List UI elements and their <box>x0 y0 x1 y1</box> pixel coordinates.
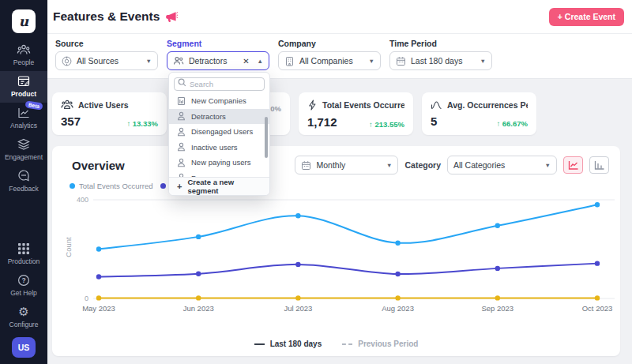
overview-controls: Monthly ▼ Category All Categories ▼ <box>295 156 609 174</box>
search-input[interactable] <box>174 77 265 91</box>
svg-text:Jun 2023: Jun 2023 <box>183 304 214 313</box>
sidebar-item-analytics[interactable]: Beta Analytics <box>0 103 47 134</box>
create-segment-button[interactable]: + Create a new segment <box>169 177 269 195</box>
user-icon <box>177 158 186 167</box>
create-segment-label: Create a new segment <box>187 178 261 195</box>
sidebar: u People Product <box>0 0 47 364</box>
filter-source: Source All Sources ▼ <box>55 39 158 70</box>
sidebar-item-label: Feedback <box>9 185 38 193</box>
overview-chart: 0400CountMay 2023Jun 2023Jul 2023Aug 202… <box>52 190 621 325</box>
chevron-down-icon: ▼ <box>369 58 374 65</box>
main-area: Features & Events + Create Event Source <box>47 0 632 364</box>
category-label: Category <box>404 160 441 170</box>
bar-chart-toggle[interactable] <box>589 156 609 174</box>
bell-curve-icon <box>431 99 442 110</box>
select-value: All Sources <box>77 56 118 66</box>
filter-label: Time Period <box>389 39 492 48</box>
segment-option-label: New Companies <box>191 96 246 105</box>
segment-option[interactable]: New Companies <box>169 93 269 109</box>
sidebar-item-feedback[interactable]: Feedback <box>0 166 47 197</box>
segment-option[interactable]: Power users <box>169 171 269 178</box>
stat-title: Avg. Occurrences Per User <box>447 100 528 110</box>
user-icon <box>177 142 186 152</box>
megaphone-icon <box>165 11 178 23</box>
segment-option-label: Inactive users <box>191 143 238 152</box>
source-select[interactable]: All Sources ▼ <box>55 51 158 70</box>
building-icon <box>284 56 295 66</box>
bar-chart-icon <box>594 160 605 170</box>
sidebar-item-engagement[interactable]: Engagement <box>0 134 47 166</box>
series-legend-item[interactable]: Total Events Occurred <box>70 182 152 190</box>
stat-title: Total Events Occurred <box>322 100 404 110</box>
stats-row: Active Users 357 ↑ 13.33% — 0% <box>52 92 620 135</box>
line-chart-icon <box>568 160 579 170</box>
user-avatar[interactable]: US <box>12 337 36 358</box>
sidebar-item-production[interactable]: Production <box>0 238 47 270</box>
filter-label: Segment <box>167 39 269 48</box>
chevron-up-icon: ▲ <box>258 58 263 65</box>
stat-card-active-users: Active Users 357 ↑ 13.33% <box>52 92 167 135</box>
sidebar-item-product[interactable]: Product <box>0 71 47 103</box>
segment-dropdown: New CompaniesDetractorsDisengaged UsersI… <box>168 72 270 196</box>
sidebar-item-get-help[interactable]: ? Get Help <box>0 270 47 302</box>
page-title-text: Features & Events <box>53 9 160 24</box>
sidebar-item-label: Get Help <box>10 289 37 297</box>
svg-text:400: 400 <box>77 196 88 204</box>
stat-card-total-events: Total Events Occurred 1,712 ↑ 213.55% <box>299 92 413 135</box>
create-event-button[interactable]: + Create Event <box>549 8 624 26</box>
page-title: Features & Events <box>53 9 178 24</box>
close-icon[interactable]: ✕ <box>243 57 249 66</box>
svg-text:Aug 2023: Aug 2023 <box>382 304 414 313</box>
granularity-select[interactable]: Monthly ▼ <box>295 156 398 174</box>
scrollbar-thumb[interactable] <box>265 117 268 158</box>
company-select[interactable]: All Companies ▼ <box>278 51 381 70</box>
period-legend: Last 180 days Previous Period <box>52 340 620 348</box>
chevron-down-icon: ▼ <box>386 162 392 169</box>
filter-company: Company All Companies ▼ <box>278 39 381 70</box>
chevron-down-icon: ▼ <box>146 58 152 65</box>
segment-option[interactable]: New paying users <box>169 155 269 171</box>
chevron-down-icon: ▼ <box>480 58 486 65</box>
dropdown-search <box>174 76 265 91</box>
segment-options-list: New CompaniesDetractorsDisengaged UsersI… <box>169 93 269 177</box>
filter-label: Company <box>278 39 381 48</box>
gear-icon: ⚙ <box>18 306 28 318</box>
user-icon <box>177 127 186 137</box>
calendar-icon <box>396 56 406 66</box>
time-period-select[interactable]: Last 180 days ▼ <box>389 51 492 70</box>
line-chart-toggle[interactable] <box>563 156 583 174</box>
stat-delta: ↑ 13.33% <box>126 119 158 128</box>
svg-text:0: 0 <box>85 295 88 302</box>
legend-label: Total Events Occurred <box>79 182 152 190</box>
stat-value: 5 <box>431 114 437 128</box>
stat-value: 357 <box>61 114 81 128</box>
lightning-icon <box>307 99 318 111</box>
sidebar-item-label: Configure <box>9 321 39 328</box>
grid-icon <box>17 242 30 255</box>
segment-option[interactable]: Detractors <box>169 109 269 125</box>
segment-option[interactable]: Inactive users <box>169 140 269 156</box>
search-icon <box>178 78 186 87</box>
segment-select[interactable]: Detractors ✕ ▲ <box>167 51 269 70</box>
filter-time-period: Time Period Last 180 days ▼ <box>389 39 492 70</box>
select-value: Last 180 days <box>411 56 462 66</box>
userpilot-logo[interactable]: u <box>12 9 36 33</box>
feedback-icon <box>17 170 31 182</box>
svg-text:May 2023: May 2023 <box>82 304 115 313</box>
user-icon <box>177 111 186 121</box>
sidebar-item-people[interactable]: People <box>0 39 47 71</box>
filter-label: Source <box>55 39 158 48</box>
stat-value: 1,712 <box>307 115 337 129</box>
users-icon <box>173 56 184 66</box>
sidebar-item-configure[interactable]: ⚙ Configure <box>0 302 47 333</box>
segment-option[interactable]: Disengaged Users <box>169 124 269 140</box>
select-value: All Companies <box>299 56 353 66</box>
chevron-down-icon: ▼ <box>545 162 551 169</box>
legend-dot <box>160 183 166 189</box>
users-group-icon <box>61 99 73 110</box>
stat-title: Active Users <box>78 100 129 110</box>
category-select[interactable]: All Categories ▼ <box>447 156 557 174</box>
help-icon: ? <box>17 274 30 287</box>
sidebar-item-label: Engagement <box>5 153 43 161</box>
overview-card: Overview Monthly ▼ Category All Catego <box>52 146 620 356</box>
